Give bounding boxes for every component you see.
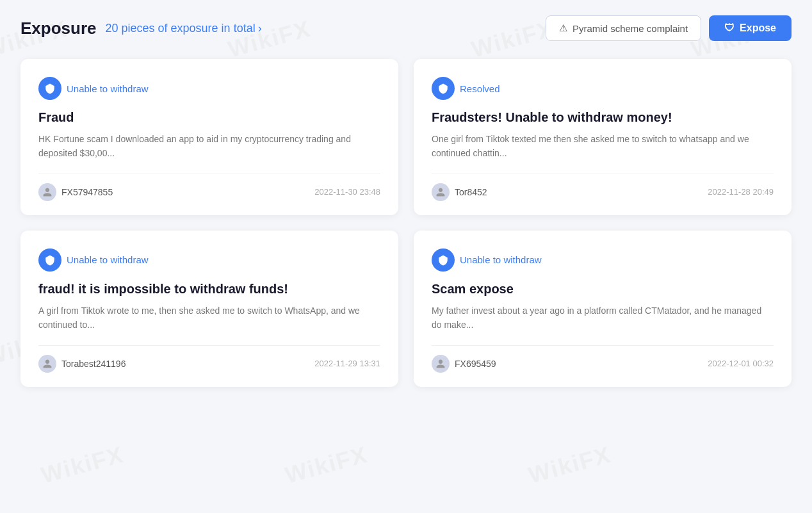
card-date-2: 2022-11-29 13:31 — [314, 359, 380, 368]
card-badge-0: Unable to withdraw — [38, 77, 149, 100]
cards-grid: Unable to withdraw Fraud HK Fortune scam… — [20, 59, 792, 387]
count-text: 20 pieces of exposure in total — [106, 22, 256, 35]
card-excerpt-3: My father invest about a year ago in a p… — [432, 304, 774, 332]
card-badge-1: Resolved — [432, 77, 500, 100]
card-footer-3: FX695459 2022-12-01 00:32 — [432, 345, 774, 373]
card-user-1: Tor8452 — [432, 183, 487, 201]
header-left: Exposure 20 pieces of exposure in total … — [20, 19, 262, 38]
watermark-11: WikiFX — [38, 441, 127, 489]
complaint-label: Pyramid scheme complaint — [572, 23, 688, 34]
card-footer-2: Torabest241196 2022-11-29 13:31 — [38, 345, 380, 373]
card-footer-0: FX57947855 2022-11-30 23:48 — [38, 174, 380, 201]
card-excerpt-2: A girl from Tiktok wrote to me, then she… — [38, 304, 380, 332]
card-user-3: FX695459 — [432, 355, 496, 373]
card-excerpt-1: One girl from Tiktok texted me then she … — [432, 132, 774, 161]
user-avatar-2 — [38, 355, 56, 373]
exposure-count-link[interactable]: 20 pieces of exposure in total › — [106, 22, 262, 35]
expose-icon: 🛡 — [724, 22, 735, 34]
username-0: FX57947855 — [61, 187, 113, 197]
badge-label-3: Unable to withdraw — [460, 254, 542, 265]
card-title-3: Scam expose — [432, 281, 774, 297]
user-avatar-0 — [38, 183, 56, 201]
watermark-13: WikiFX — [526, 441, 614, 489]
badge-icon-1 — [432, 77, 455, 100]
card-badge-2: Unable to withdraw — [38, 248, 149, 272]
card-date-1: 2022-11-28 20:49 — [708, 187, 774, 197]
card-footer-1: Tor8452 2022-11-28 20:49 — [432, 174, 774, 201]
user-avatar-3 — [432, 355, 450, 373]
card-0[interactable]: Unable to withdraw Fraud HK Fortune scam… — [20, 59, 398, 215]
card-title-2: fraud! it is impossible to withdraw fund… — [38, 281, 380, 297]
badge-label-1: Resolved — [460, 83, 500, 94]
badge-label-0: Unable to withdraw — [67, 83, 149, 94]
card-badge-3: Unable to withdraw — [432, 248, 542, 272]
page-header: Exposure 20 pieces of exposure in total … — [20, 15, 792, 41]
watermark-12: WikiFX — [282, 441, 371, 489]
header-right: ⚠ Pyramid scheme complaint 🛡 Expose — [546, 15, 792, 41]
pyramid-complaint-button[interactable]: ⚠ Pyramid scheme complaint — [546, 15, 701, 41]
username-2: Torabest241196 — [61, 359, 126, 369]
username-1: Tor8452 — [455, 187, 487, 197]
card-excerpt-0: HK Fortune scam I downloaded an app to a… — [38, 132, 380, 161]
badge-icon-2 — [38, 248, 61, 272]
card-title-1: Fraudsters! Unable to withdraw money! — [432, 109, 774, 126]
card-title-0: Fraud — [38, 109, 380, 126]
card-date-0: 2022-11-30 23:48 — [314, 187, 380, 197]
username-3: FX695459 — [455, 359, 496, 369]
card-user-0: FX57947855 — [38, 183, 113, 201]
user-avatar-1 — [432, 183, 450, 201]
expose-label: Expose — [740, 22, 776, 34]
warning-icon: ⚠ — [559, 22, 567, 34]
card-date-3: 2022-12-01 00:32 — [708, 359, 774, 368]
card-user-2: Torabest241196 — [38, 355, 126, 373]
chevron-icon: › — [258, 22, 262, 35]
badge-icon-3 — [432, 248, 455, 272]
card-1[interactable]: Resolved Fraudsters! Unable to withdraw … — [414, 59, 792, 215]
expose-button[interactable]: 🛡 Expose — [709, 15, 792, 41]
page-title: Exposure — [20, 19, 97, 38]
badge-icon-0 — [38, 77, 61, 100]
badge-label-2: Unable to withdraw — [67, 254, 149, 265]
card-3[interactable]: Unable to withdraw Scam expose My father… — [414, 231, 792, 387]
card-2[interactable]: Unable to withdraw fraud! it is impossib… — [20, 231, 398, 387]
